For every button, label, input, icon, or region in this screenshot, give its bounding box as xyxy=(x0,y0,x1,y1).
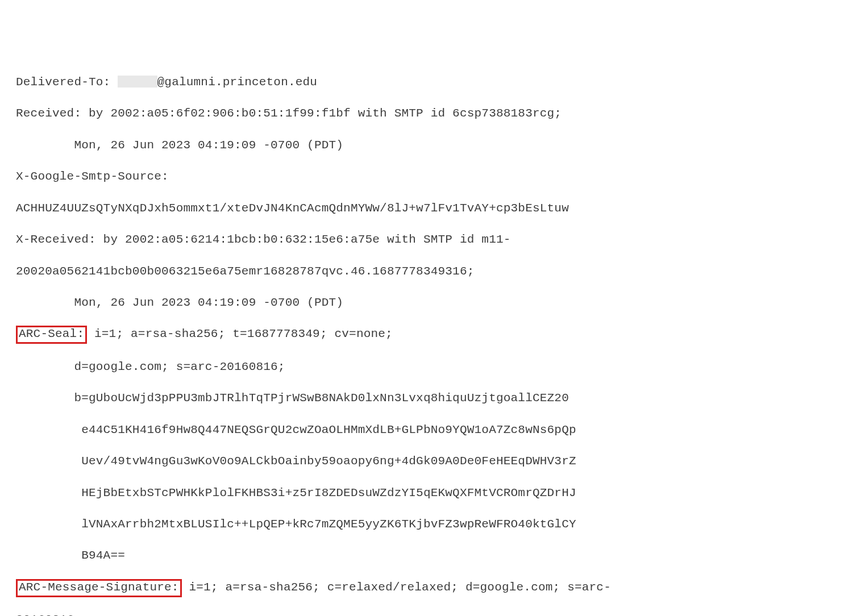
arc-seal-b4: HEjBbEtxbSTcPWHKkPlolFKHBS3i+z5rI8ZDEDsu… xyxy=(16,485,832,501)
header-x-google-smtp-source-value: ACHHUZ4UUZsQTyNXqDJxh5ommxt1/xteDvJN4KnC… xyxy=(16,201,832,217)
domain-delivered-to: @galumni.princeton.edu xyxy=(157,76,318,89)
arc-msg-sig-cont: 20160816; xyxy=(16,612,832,616)
header-x-received-date: Mon, 26 Jun 2023 04:19:09 -0700 (PDT) xyxy=(16,295,832,311)
highlight-arc-message-signature: ARC-Message-Signature: xyxy=(16,579,182,597)
header-x-received-1: X-Received: by 2002:a05:6214:1bcb:b0:632… xyxy=(16,232,832,248)
header-delivered-to: Delivered-To: @galumni.princeton.edu xyxy=(16,74,832,90)
header-x-google-smtp-source-label: X-Google-Smtp-Source: xyxy=(16,169,832,185)
arc-seal-b6: B94A== xyxy=(16,548,832,564)
header-received: Received: by 2002:a05:6f02:906:b0:51:1f9… xyxy=(16,106,832,122)
redacted-local-part xyxy=(118,76,157,88)
label-delivered-to: Delivered-To: xyxy=(16,76,118,89)
arc-seal-b2: e44C51KH416f9Hw8Q447NEQSGrQU2cwZOaOLHMmX… xyxy=(16,422,832,438)
header-arc-message-signature-line: ARC-Message-Signature: i=1; a=rsa-sha256… xyxy=(16,580,832,597)
header-arc-seal-line: ARC-Seal: i=1; a=rsa-sha256; t=168777834… xyxy=(16,326,832,343)
highlight-arc-seal: ARC-Seal: xyxy=(16,326,87,344)
arc-message-signature-value: i=1; a=rsa-sha256; c=relaxed/relaxed; d=… xyxy=(182,581,611,594)
arc-seal-value: i=1; a=rsa-sha256; t=1687778349; cv=none… xyxy=(87,327,393,340)
header-x-received-2: 20020a0562141bcb00b0063215e6a75emr168287… xyxy=(16,264,832,280)
arc-seal-b3: Uev/49tvW4ngGu3wKoV0o9ALCkbOainby59oaopy… xyxy=(16,453,832,469)
arc-seal-d: d=google.com; s=arc-20160816; xyxy=(16,359,832,375)
arc-seal-b1: b=gUboUcWjd3pPPU3mbJTRlhTqTPjrWSwB8NAkD0… xyxy=(16,390,832,406)
arc-seal-b5: lVNAxArrbh2MtxBLUSIlc++LpQEP+kRc7mZQME5y… xyxy=(16,517,832,532)
header-received-date: Mon, 26 Jun 2023 04:19:09 -0700 (PDT) xyxy=(16,138,832,153)
